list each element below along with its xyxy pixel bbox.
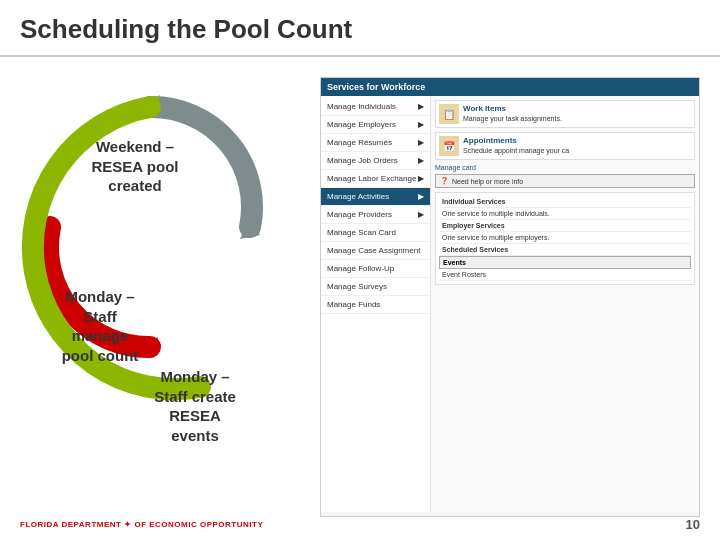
monday-create-label: Monday –Staff createRESEAevents (130, 367, 260, 445)
individual-services-item: Individual Services (439, 196, 691, 208)
menu-item-scan-card[interactable]: Manage Scan Card (321, 224, 430, 242)
services-panel: Individual Services One service to multi… (435, 192, 695, 285)
manage-card-label: Manage card (435, 164, 695, 171)
help-text: Need help or more info (452, 178, 523, 185)
weekend-label: Weekend –RESEA poolcreated (75, 137, 195, 196)
menu-item-case-assignment[interactable]: Manage Case Assignment (321, 242, 430, 260)
footer-logo-sub: of ECONOMIC OPPORTUNITY (134, 520, 263, 529)
monday-staff-label: Monday –Staffmanagepool count (40, 287, 160, 365)
mockup-right-panel: 📋 Work Items Manage your task assignment… (431, 96, 699, 512)
menu-item-surveys[interactable]: Manage Surveys (321, 278, 430, 296)
work-items-section: 📋 Work Items Manage your task assignment… (435, 100, 695, 128)
menu-item-funds[interactable]: Manage Funds (321, 296, 430, 314)
menu-item-individuals[interactable]: Manage Individuals▶ (321, 98, 430, 116)
work-items-title: Work Items (463, 104, 562, 113)
menu-item-employers[interactable]: Manage Employers▶ (321, 116, 430, 134)
menu-item-resumes[interactable]: Manage Résumés▶ (321, 134, 430, 152)
appointments-icon: 📅 (439, 136, 459, 156)
appointments-text: Schedule appoint manage your ca (463, 147, 569, 154)
menu-item-activities[interactable]: Manage Activities▶ (321, 188, 430, 206)
footer-logo-separator: ✦ (124, 520, 134, 529)
menu-item-labor-exchange[interactable]: Manage Labor Exchange▶ (321, 170, 430, 188)
events-item[interactable]: Events (439, 256, 691, 269)
menu-item-job-orders[interactable]: Manage Job Orders▶ (321, 152, 430, 170)
event-rosters-item: Event Rosters (439, 269, 691, 281)
footer: FLORIDA DEPARTMENT ✦ of ECONOMIC OPPORTU… (20, 517, 700, 532)
page-title: Scheduling the Pool Count (20, 14, 700, 45)
employer-services-desc: One service to multiple employers. (439, 232, 691, 244)
employer-services-item: Employer Services (439, 220, 691, 232)
work-items-text: Manage your task assignments. (463, 115, 562, 122)
diagram-section: Weekend –RESEA poolcreated Monday –Staff… (20, 77, 300, 477)
menu-item-providers[interactable]: Manage Providers▶ (321, 206, 430, 224)
appointments-title: Appointments (463, 136, 569, 145)
mockup-header: Services for Workforce (321, 78, 699, 96)
work-items-icon: 📋 (439, 104, 459, 124)
mockup-header-text: Services for Workforce (327, 82, 425, 92)
footer-logo: FLORIDA DEPARTMENT ✦ of ECONOMIC OPPORTU… (20, 520, 263, 529)
main-content: Weekend –RESEA poolcreated Monday –Staff… (0, 57, 720, 527)
mockup-left-menu: Manage Individuals▶ Manage Employers▶ Ma… (321, 96, 431, 512)
appointments-section: 📅 Appointments Schedule appoint manage y… (435, 132, 695, 160)
help-icon: ❓ (440, 177, 449, 185)
ui-mockup: Services for Workforce Manage Individual… (320, 77, 700, 517)
page-number: 10 (686, 517, 700, 532)
footer-logo-text: FLORIDA DEPARTMENT (20, 520, 121, 529)
mockup-body: Manage Individuals▶ Manage Employers▶ Ma… (321, 96, 699, 512)
page-header: Scheduling the Pool Count (0, 0, 720, 57)
individual-services-desc: One service to multiple individuals. (439, 208, 691, 220)
scheduled-services-item: Scheduled Services (439, 244, 691, 256)
help-bar: ❓ Need help or more info (435, 174, 695, 188)
menu-item-follow-up[interactable]: Manage Follow-Up (321, 260, 430, 278)
